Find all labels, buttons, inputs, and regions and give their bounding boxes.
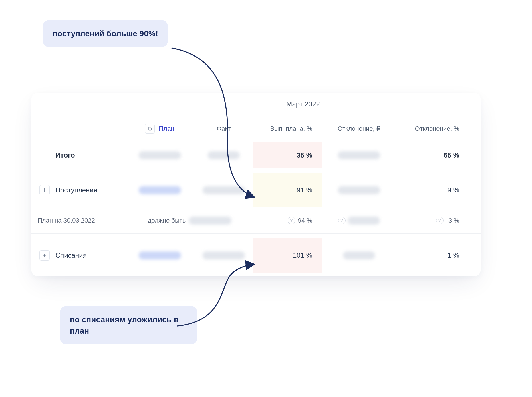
receipts-name-cell: + Поступления	[31, 173, 126, 207]
plan-on-label: План на 30.03.2022	[38, 217, 95, 224]
writeoffs-label: Списания	[55, 251, 87, 259]
writeoffs-plan-pct: 101 %	[253, 238, 322, 273]
redacted-value	[203, 186, 245, 194]
writeoffs-fact	[194, 238, 253, 273]
spacer	[31, 234, 481, 238]
plan-on-label-cell: План на 30.03.2022	[31, 207, 126, 233]
svg-rect-0	[149, 128, 152, 130]
redacted-value	[208, 151, 240, 159]
receipts-dev-pct: 9 %	[396, 173, 471, 207]
receipts-plan	[126, 173, 194, 207]
redacted-value	[338, 186, 380, 194]
writeoffs-plan	[126, 238, 194, 273]
receipts-plan-pct: 91 %	[253, 173, 322, 207]
redacted-value	[343, 251, 375, 259]
plan-on-dev-pct-value: -3 %	[446, 217, 459, 224]
expand-writeoffs-button[interactable]: +	[39, 250, 50, 261]
redacted-value	[338, 151, 380, 159]
total-fact	[194, 142, 253, 168]
budget-table-card: Март 2022 План Факт Вып. плана, % Отклон…	[31, 93, 481, 276]
copy-icon[interactable]	[145, 124, 155, 134]
help-icon[interactable]: ?	[338, 217, 346, 224]
total-dev-rub	[322, 142, 396, 168]
receipts-fact	[194, 173, 253, 207]
callout-receipts: поступлений больше 90%!	[43, 20, 168, 47]
redacted-value	[139, 251, 181, 259]
should-be-label: должно быть	[148, 217, 186, 224]
plan-on-dev-rub: ?	[322, 207, 396, 233]
header-plan: План	[126, 115, 194, 142]
plan-on-plan-pct: ? 94 %	[253, 207, 322, 233]
header-dev-pct: Отклонение, %	[396, 115, 471, 142]
table-header-columns: План Факт Вып. плана, % Отклонение, ₽ От…	[31, 115, 481, 142]
plan-on-dev-pct: ? -3 %	[396, 207, 471, 233]
help-icon[interactable]: ?	[288, 217, 295, 224]
total-label-cell: Итого	[31, 142, 126, 168]
callout-writeoffs: по списаниям уложились в план	[60, 306, 197, 344]
plan-on-shouldbe: должно быть	[126, 207, 253, 233]
expand-receipts-button[interactable]: +	[39, 185, 50, 195]
plan-link[interactable]: План	[159, 125, 174, 132]
total-plan-pct: 35 %	[253, 142, 322, 168]
row-plan-on-date: План на 30.03.2022 должно быть ? 94 % ? …	[31, 207, 481, 234]
header-dev-rub: Отклонение, ₽	[322, 115, 396, 142]
header-fact: Факт	[194, 115, 253, 142]
spacer	[31, 168, 481, 173]
total-plan	[126, 142, 194, 168]
redacted-value	[348, 217, 380, 225]
redacted-value	[139, 186, 181, 194]
writeoffs-name-cell: + Списания	[31, 238, 126, 273]
row-writeoffs: + Списания 101 % 1 %	[31, 238, 481, 273]
writeoffs-dev-rub	[322, 238, 396, 273]
total-dev-pct: 65 %	[396, 142, 471, 168]
period-label: Март 2022	[126, 100, 481, 108]
total-label: Итого	[55, 151, 75, 159]
help-icon[interactable]: ?	[436, 217, 444, 224]
table-header-period: Март 2022	[31, 93, 481, 115]
header-plan-pct: Вып. плана, %	[253, 115, 322, 142]
header-name-col	[31, 115, 126, 142]
redacted-value	[203, 251, 245, 259]
redacted-value	[139, 151, 181, 159]
row-total: Итого 35 % 65 %	[31, 142, 481, 168]
header-spacer	[31, 93, 126, 115]
writeoffs-dev-pct: 1 %	[396, 238, 471, 273]
redacted-value	[189, 217, 231, 225]
receipts-label: Поступления	[55, 186, 97, 194]
row-receipts: + Поступления 91 % 9 %	[31, 173, 481, 207]
receipts-dev-rub	[322, 173, 396, 207]
plan-on-plan-pct-value: 94 %	[298, 217, 312, 224]
